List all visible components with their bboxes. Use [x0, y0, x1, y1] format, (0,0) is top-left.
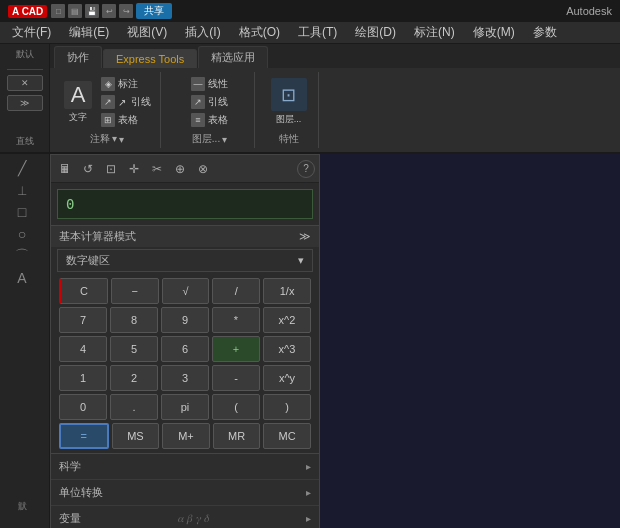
tool-btn-4[interactable]: ○ [2, 224, 42, 244]
calc-row-1: C − √ / 1/x [59, 278, 311, 304]
title-bar: A CAD □ ▤ 💾 ↩ ↪ 共享 Autodesk [0, 0, 620, 22]
calc-btn-2[interactable]: 2 [110, 365, 158, 391]
line-style-btn[interactable]: — 线性 [188, 76, 231, 92]
calc-icon-7[interactable]: ⊗ [193, 159, 213, 179]
tool-btn-6[interactable]: A [2, 268, 42, 288]
share-button[interactable]: 共享 [136, 3, 172, 19]
calc-btn-plus[interactable]: + [212, 336, 260, 362]
numpad-dropdown-icon: ▾ [298, 254, 304, 267]
calc-btn-8[interactable]: 8 [110, 307, 158, 333]
calc-btn-c[interactable]: C [59, 278, 108, 304]
text-big-icon: A [64, 81, 92, 109]
calc-btn-div[interactable]: / [212, 278, 260, 304]
menu-format[interactable]: 格式(O) [231, 22, 288, 43]
menu-file[interactable]: 文件(F) [4, 22, 59, 43]
calc-mode-collapse-icon: ≫ [299, 230, 311, 243]
accordion-unit-convert: 单位转换 ▸ [51, 480, 319, 506]
new-file-icon[interactable]: □ [51, 4, 65, 18]
layer-dropdown-icon[interactable]: ▾ [222, 134, 227, 145]
menu-annotate[interactable]: 标注(N) [406, 22, 463, 43]
tab-express-tools[interactable]: Express Tools [103, 49, 197, 68]
calc-icon-2[interactable]: ↺ [78, 159, 98, 179]
calc-btn-sqrt[interactable]: √ [162, 278, 210, 304]
calc-btn-sub[interactable]: - [212, 365, 260, 391]
menu-insert[interactable]: 插入(I) [177, 22, 228, 43]
calc-btn-sq[interactable]: x^2 [263, 307, 311, 333]
undo-icon[interactable]: ↩ [102, 4, 116, 18]
calc-btn-minus[interactable]: − [111, 278, 159, 304]
accordion-unit-label: 单位转换 [59, 485, 103, 500]
calc-icon-3[interactable]: ⊡ [101, 159, 121, 179]
calc-display: 0 [57, 189, 313, 219]
calc-mode-header[interactable]: 基本计算器模式 ≫ [51, 225, 319, 247]
calc-btn-cube[interactable]: x^3 [263, 336, 311, 362]
accordion-unit-header[interactable]: 单位转换 ▸ [51, 480, 319, 505]
side-toolbar: ╱ ⟂ □ ○ ⌒ A 默认 [0, 154, 50, 528]
tool-btn-2[interactable]: ⟂ [2, 180, 42, 200]
accordion-scientific: 科学 ▸ [51, 454, 319, 480]
accordion-scientific-header[interactable]: 科学 ▸ [51, 454, 319, 479]
calc-icon-6[interactable]: ⊕ [170, 159, 190, 179]
table-btn[interactable]: ⊞ 表格 [98, 112, 154, 128]
menu-modify[interactable]: 修改(M) [465, 22, 523, 43]
calc-btn-rparen[interactable]: ) [263, 394, 311, 420]
redo-icon[interactable]: ↪ [119, 4, 133, 18]
table-label: 表格 [118, 113, 138, 127]
calc-help-icon[interactable]: ? [297, 160, 315, 178]
tab-featured-apps[interactable]: 精选应用 [198, 46, 268, 68]
tool-btn-5[interactable]: ⌒ [2, 246, 42, 266]
text-big-btn[interactable]: A 文字 [60, 78, 96, 126]
calc-btn-mc[interactable]: MC [263, 423, 311, 449]
menu-tools[interactable]: 工具(T) [290, 22, 345, 43]
calc-btn-7[interactable]: 7 [59, 307, 107, 333]
calculator-panel: 🖩 ↺ ⊡ ✛ ✂ ⊕ ⊗ ? 0 基本计算器模式 ≫ 数字键区 ▾ [50, 154, 320, 528]
accordion-scientific-arrow: ▸ [306, 461, 311, 472]
menu-draw[interactable]: 绘图(D) [347, 22, 404, 43]
calc-btn-ms[interactable]: MS [112, 423, 160, 449]
calc-btn-5[interactable]: 5 [110, 336, 158, 362]
leader-btn2[interactable]: ↗ 引线 [188, 94, 231, 110]
calc-btn-6[interactable]: 6 [161, 336, 209, 362]
ribbon-tabs: 协作 Express Tools 精选应用 [50, 44, 620, 68]
calc-btn-mr[interactable]: MR [213, 423, 261, 449]
numpad-header[interactable]: 数字键区 ▾ [57, 249, 313, 272]
calc-buttons: C − √ / 1/x 7 8 9 * x^2 4 5 6 + x^3 [51, 274, 319, 453]
feature-big-btn[interactable]: ⊡ 图层... [268, 78, 310, 126]
calc-btn-mplus[interactable]: M+ [162, 423, 210, 449]
calc-btn-lparen[interactable]: ( [212, 394, 260, 420]
calc-btn-pi[interactable]: pi [161, 394, 209, 420]
tool-btn-1[interactable]: ╱ [2, 158, 42, 178]
calc-icon-4[interactable]: ✛ [124, 159, 144, 179]
calc-btn-1[interactable]: 1 [59, 365, 107, 391]
calc-btn-4[interactable]: 4 [59, 336, 107, 362]
tool-btn-3[interactable]: □ [2, 202, 42, 222]
calc-btn-dot[interactable]: . [110, 394, 158, 420]
dimension-btn[interactable]: ◈ 标注 [98, 76, 154, 92]
save-icon[interactable]: 💾 [85, 4, 99, 18]
table-icon2: ≡ [191, 113, 205, 127]
tab-cooperate[interactable]: 协作 [54, 46, 102, 68]
calc-row-2: 7 8 9 * x^2 [59, 307, 311, 333]
menu-view[interactable]: 视图(V) [119, 22, 175, 43]
close-panel-btn[interactable]: ✕ [7, 75, 43, 91]
calc-btn-0[interactable]: 0 [59, 394, 107, 420]
calc-icon-1[interactable]: 🖩 [55, 159, 75, 179]
menu-edit[interactable]: 编辑(E) [61, 22, 117, 43]
vertical-tabs-btn[interactable]: 默认 [2, 464, 42, 524]
calc-btn-equals[interactable]: = [59, 423, 109, 449]
calc-icon-5[interactable]: ✂ [147, 159, 167, 179]
accordion-variables-header[interactable]: 变量 𝛼 𝛽 𝛾 𝛿 ▸ [51, 506, 319, 528]
feature-big-icon: ⊡ [271, 78, 307, 111]
open-file-icon[interactable]: ▤ [68, 4, 82, 18]
calc-btn-pow[interactable]: x^y [263, 365, 311, 391]
menu-params[interactable]: 参数 [525, 22, 565, 43]
calc-btn-recip[interactable]: 1/x [263, 278, 311, 304]
default-label: 默认 [16, 48, 34, 61]
table-btn2[interactable]: ≡ 表格 [188, 112, 231, 128]
calc-btn-9[interactable]: 9 [161, 307, 209, 333]
expand-panel-btn[interactable]: ≫ [7, 95, 43, 111]
calc-btn-3[interactable]: 3 [161, 365, 209, 391]
calc-btn-mul[interactable]: * [212, 307, 260, 333]
leader-btn[interactable]: ↗ ↗ 引线 [98, 94, 154, 110]
annotation-dropdown-icon[interactable]: ▾ [119, 134, 124, 145]
